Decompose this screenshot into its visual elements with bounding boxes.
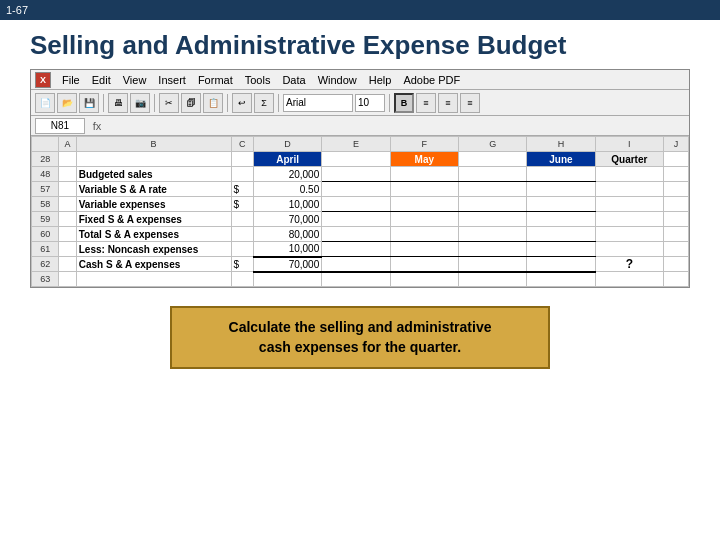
menu-edit[interactable]: Edit [87,74,116,86]
question-mark: ? [595,257,663,272]
row-58-dollar: $ [231,197,253,212]
align-right-btn[interactable]: ≡ [460,93,480,113]
row-59-h [527,212,595,227]
font-size[interactable] [355,94,385,112]
row-noncash-expenses: 61 Less: Noncash expenses 10,000 [32,242,689,257]
header-quarter: Quarter [595,152,663,167]
sum-btn[interactable]: Σ [254,93,274,113]
cell-reference[interactable] [35,118,85,134]
corner-cell [32,137,59,152]
row-61-e [322,242,390,257]
row-61-g [458,242,526,257]
callout-line1: Calculate the selling and administrative [229,319,492,335]
excel-toolbar: 📄 📂 💾 🖶 📷 ✂ 🗐 📋 ↩ Σ B ≡ ≡ ≡ [31,90,689,116]
val-fixed-expenses: 70,000 [253,212,321,227]
row-budgeted-sales: 48 Budgeted sales 20,000 [32,167,689,182]
row-61-num: 61 [32,242,59,257]
row-57-a [59,182,76,197]
row-61-c [231,242,253,257]
menu-data[interactable]: Data [277,74,310,86]
row-57-num: 57 [32,182,59,197]
row-63-e [322,272,390,287]
row-63-d [253,272,321,287]
row-61-f [390,242,458,257]
row-48-f [390,167,458,182]
row-63-c [231,272,253,287]
row-cash-expenses: 62 Cash S & A expenses $ 70,000 ? [32,257,689,272]
row-58-g [458,197,526,212]
menu-help[interactable]: Help [364,74,397,86]
label-noncash-expenses: Less: Noncash expenses [76,242,231,257]
col-header-e: E [322,137,390,152]
copy-btn[interactable]: 🗐 [181,93,201,113]
callout-line2: cash expenses for the quarter. [259,339,461,355]
row-59-f [390,212,458,227]
val-cash-expenses: 70,000 [253,257,321,272]
menu-format[interactable]: Format [193,74,238,86]
sep5 [389,94,390,112]
header-june: June [527,152,595,167]
sep4 [278,94,279,112]
bold-btn[interactable]: B [394,93,414,113]
row-57-f [390,182,458,197]
menu-adobe[interactable]: Adobe PDF [398,74,465,86]
row-58-j [664,197,689,212]
row-57-e [322,182,390,197]
row-variable-expenses: 58 Variable expenses $ 10,000 [32,197,689,212]
save-btn[interactable]: 💾 [79,93,99,113]
font-selector[interactable] [283,94,353,112]
row-62-dollar: $ [231,257,253,272]
row-59-c [231,212,253,227]
preview-btn[interactable]: 📷 [130,93,150,113]
new-btn[interactable]: 📄 [35,93,55,113]
row-63-h [527,272,595,287]
print-btn[interactable]: 🖶 [108,93,128,113]
menu-insert[interactable]: Insert [153,74,191,86]
menu-tools[interactable]: Tools [240,74,276,86]
row-58-a [59,197,76,212]
spreadsheet-grid: A B C D E F G H I J 28 April [31,136,689,287]
row-28-num: 28 [32,152,59,167]
val-total-expenses: 80,000 [253,227,321,242]
paste-btn[interactable]: 📋 [203,93,223,113]
sep1 [103,94,104,112]
row-63-g [458,272,526,287]
row-48-e [322,167,390,182]
col-header-c: C [231,137,253,152]
val-variable-rate: 0.50 [253,182,321,197]
row-59-j [664,212,689,227]
row-58-e [322,197,390,212]
sep3 [227,94,228,112]
menu-window[interactable]: Window [313,74,362,86]
align-center-btn[interactable]: ≡ [438,93,458,113]
row-fixed-expenses: 59 Fixed S & A expenses 70,000 [32,212,689,227]
row-63-a [59,272,76,287]
row-58-num: 58 [32,197,59,212]
col-header-b: B [76,137,231,152]
label-variable-rate: Variable S & A rate [76,182,231,197]
row-58-i [595,197,663,212]
row-63: 63 [32,272,689,287]
row-57-i [595,182,663,197]
col-header-i: I [595,137,663,152]
undo-btn[interactable]: ↩ [232,93,252,113]
col-header-a: A [59,137,76,152]
spreadsheet-table: A B C D E F G H I J 28 April [31,136,689,287]
menu-view[interactable]: View [118,74,152,86]
align-left-btn[interactable]: ≡ [416,93,436,113]
row-48-h [527,167,595,182]
row-28-b [76,152,231,167]
row-62-num: 62 [32,257,59,272]
col-header-g: G [458,137,526,152]
row-62-a [59,257,76,272]
val-variable-expenses: 10,000 [253,197,321,212]
label-fixed-expenses: Fixed S & A expenses [76,212,231,227]
row-59-i [595,212,663,227]
row-62-g [458,257,526,272]
row-48-a [59,167,76,182]
excel-icon: X [35,72,51,88]
cut-btn[interactable]: ✂ [159,93,179,113]
row-60-j [664,227,689,242]
open-btn[interactable]: 📂 [57,93,77,113]
menu-file[interactable]: File [57,74,85,86]
